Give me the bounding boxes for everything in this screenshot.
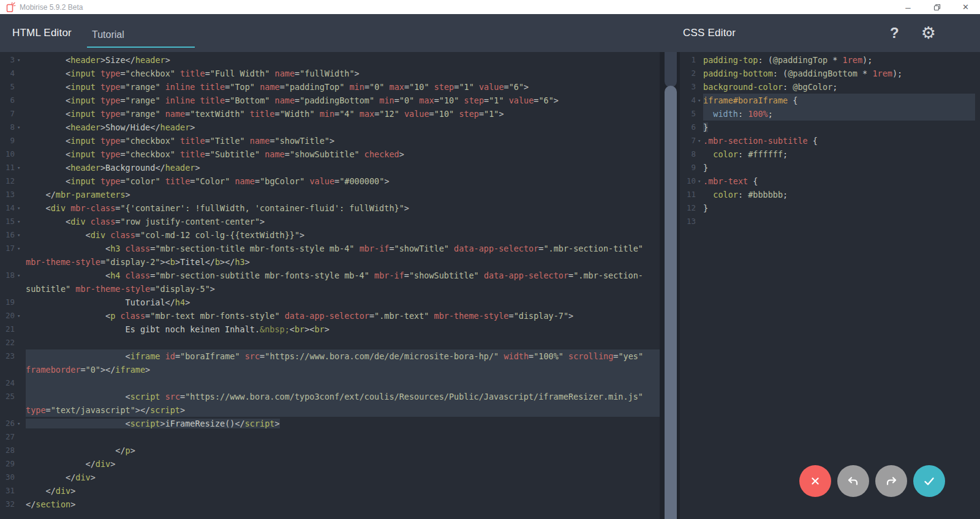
- code-token: [160, 95, 165, 105]
- code-token: iframe: [130, 351, 160, 361]
- code-line[interactable]: 27: [0, 430, 660, 444]
- code-text: color: #ffffff;: [703, 147, 975, 161]
- code-token: =: [100, 257, 105, 267]
- fold-arrow-icon[interactable]: ▾: [15, 121, 26, 134]
- close-button[interactable]: ✕: [951, 0, 980, 14]
- code-line[interactable]: 13: [680, 215, 980, 228]
- fold-arrow-icon[interactable]: ▾: [696, 134, 703, 147]
- html-code-editor[interactable]: 3▾ <header>Size</header>4 <input type="c…: [0, 52, 660, 519]
- fold-arrow-icon[interactable]: ▾: [15, 417, 26, 430]
- code-token: =: [255, 176, 260, 186]
- cancel-button[interactable]: [799, 465, 831, 497]
- code-line[interactable]: 16▾ <div class="col-md-12 col-lg-{{textW…: [0, 228, 660, 242]
- code-line[interactable]: 22: [0, 336, 660, 349]
- code-line[interactable]: 18▾ <h4 class="mbr-section-subtitle mbr-…: [0, 269, 660, 282]
- code-line[interactable]: 29 </div>: [0, 457, 660, 471]
- code-line[interactable]: 7▾.mbr-section-subtitle {: [680, 134, 980, 147]
- code-line[interactable]: 6}: [680, 121, 980, 134]
- fold-arrow-icon[interactable]: ▾: [15, 309, 26, 323]
- undo-button[interactable]: [837, 465, 869, 497]
- code-line[interactable]: 25 <script src="https://www.bora.com/typ…: [0, 390, 660, 403]
- code-line[interactable]: 10▾.mbr-text {: [680, 174, 980, 188]
- code-line[interactable]: 3background-color: @bgColor;: [680, 80, 980, 94]
- code-line[interactable]: 14▾ <div mbr-class="{'container': !fullW…: [0, 201, 660, 215]
- code-line[interactable]: 5 width: 100%;: [680, 107, 980, 121]
- code-line[interactable]: 19 Tutorial</h4>: [0, 296, 660, 309]
- code-token: >: [195, 163, 200, 173]
- restore-button[interactable]: [922, 0, 951, 14]
- code-line[interactable]: 11▾ <header>Background</header>: [0, 161, 660, 174]
- code-line[interactable]: 7 <input type="range" name="textWidth" t…: [0, 107, 660, 121]
- redo-button[interactable]: [875, 465, 907, 497]
- code-token: [96, 136, 100, 146]
- minimize-button[interactable]: –: [894, 0, 922, 14]
- code-line[interactable]: subtitle" mbr-theme-style="display-5">: [0, 282, 660, 296]
- code-line[interactable]: mbr-theme-style="display-2"><b>Titel</b>…: [0, 255, 660, 269]
- fold-arrow-icon[interactable]: ▾: [15, 228, 26, 242]
- code-token: [360, 149, 364, 159]
- code-token: ></: [100, 365, 115, 375]
- fold-arrow-icon[interactable]: ▾: [15, 215, 26, 228]
- code-token: "Width": [280, 109, 315, 119]
- code-line[interactable]: 23 <iframe id="boraIframe" src="https://…: [0, 349, 660, 363]
- code-line[interactable]: 15▾ <div class="row justify-content-cent…: [0, 215, 660, 228]
- code-line[interactable]: 21 Es gibt noch keinen Inhalt.&nbsp;<br>…: [0, 323, 660, 336]
- code-line[interactable]: 4 <input type="checkbox" title="Full Wid…: [0, 67, 660, 80]
- code-line[interactable]: frameborder="0"></iframe>: [0, 363, 660, 376]
- code-line[interactable]: 5 <input type="range" inline title="Top"…: [0, 80, 660, 94]
- fold-arrow-icon[interactable]: ▾: [15, 201, 26, 215]
- code-token: [245, 109, 250, 119]
- code-line[interactable]: 32</section>: [0, 498, 660, 511]
- code-line[interactable]: 10 <input type="checkbox" title="Subtitl…: [0, 147, 660, 161]
- code-line[interactable]: 12 <input type="color" title="Color" nam…: [0, 174, 660, 188]
- scrollbar-thumb[interactable]: [665, 86, 677, 519]
- code-line[interactable]: 8▾ <header>Show/Hide</header>: [0, 121, 660, 134]
- code-line[interactable]: 11 color: #bbbbbb;: [680, 188, 980, 201]
- css-code-editor[interactable]: 1padding-top: (@paddingTop * 1rem);2padd…: [680, 52, 980, 519]
- code-token: p: [126, 446, 130, 455]
- tab-tutorial[interactable]: Tutorial: [87, 29, 195, 48]
- code-line[interactable]: 1padding-top: (@paddingTop * 1rem);: [680, 53, 980, 67]
- code-line[interactable]: 26▾ <script>iFrameResize()</script>: [0, 417, 660, 430]
- code-line[interactable]: 24: [0, 376, 660, 390]
- fold-arrow-icon[interactable]: ▾: [15, 161, 26, 174]
- help-icon[interactable]: ?: [890, 26, 899, 40]
- code-line[interactable]: 17▾ <h3 class="mbr-section-title mbr-fon…: [0, 242, 660, 255]
- code-line[interactable]: 20▾ <p class="mbr-text mbr-fonts-style" …: [0, 309, 660, 323]
- code-line[interactable]: 9 <input type="checkbox" title="Title" n…: [0, 134, 660, 147]
- code-line[interactable]: 12}: [680, 201, 980, 215]
- code-token: "Top": [230, 82, 255, 92]
- code-token: header: [160, 122, 190, 132]
- code-line[interactable]: 2padding-bottom: (@paddingBottom * 1rem)…: [680, 67, 980, 80]
- code-line[interactable]: 28 </p>: [0, 444, 660, 457]
- code-line[interactable]: 13 </mbr-parameters>: [0, 188, 660, 201]
- code-token: mbr-if: [360, 244, 390, 253]
- fold-arrow-icon[interactable]: ▾: [15, 269, 26, 282]
- code-line[interactable]: 8 color: #ffffff;: [680, 147, 980, 161]
- code-token: =: [205, 69, 210, 78]
- settings-icon[interactable]: ⚙: [921, 25, 936, 42]
- code-token: >: [300, 230, 304, 240]
- apply-button[interactable]: [913, 465, 945, 497]
- code-line[interactable]: 31 </div>: [0, 484, 660, 498]
- code-line[interactable]: type="text/javascript"></script>: [0, 403, 660, 417]
- code-text: </section>: [26, 498, 660, 511]
- code-token: }: [703, 163, 708, 173]
- fold-arrow-icon[interactable]: ▾: [15, 53, 26, 67]
- code-token: .mbr-text: [703, 176, 748, 186]
- code-line[interactable]: 6 <input type="range" inline title="Bott…: [0, 94, 660, 107]
- code-line[interactable]: 30 </div>: [0, 471, 660, 484]
- code-token: [96, 149, 100, 159]
- code-line[interactable]: 3▾ <header>Size</header>: [0, 53, 660, 67]
- fold-spacer: [15, 376, 26, 390]
- code-line[interactable]: 9}: [680, 161, 980, 174]
- fold-arrow-icon[interactable]: ▾: [696, 94, 703, 107]
- code-token: <: [66, 82, 70, 92]
- code-token: "textWidth": [190, 109, 244, 119]
- code-token: [354, 244, 359, 253]
- scrollbar-track[interactable]: [665, 52, 677, 88]
- code-token: step: [459, 109, 479, 119]
- code-line[interactable]: 4▾iframe#boraIframe {: [680, 94, 980, 107]
- fold-arrow-icon[interactable]: ▾: [696, 174, 703, 188]
- fold-arrow-icon[interactable]: ▾: [15, 242, 26, 255]
